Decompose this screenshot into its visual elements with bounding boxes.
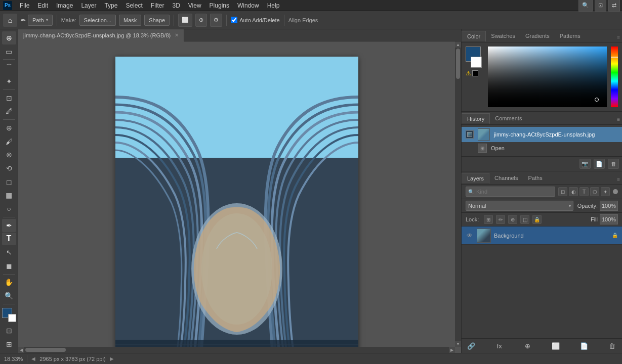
- tab-patterns[interactable]: Patterns: [555, 31, 586, 42]
- layer-item[interactable]: 👁 Background 🔒: [462, 226, 622, 245]
- workspaces-button[interactable]: ⊡: [595, 0, 606, 12]
- pen-tool[interactable]: ✒: [2, 219, 16, 232]
- lock-image-icon[interactable]: ✏: [496, 215, 505, 224]
- menu-3d[interactable]: 3D: [169, 1, 183, 10]
- path-ops-1[interactable]: ⬜: [178, 14, 192, 27]
- mask-button[interactable]: Mask: [119, 15, 141, 26]
- color-spectrum[interactable]: [488, 47, 607, 107]
- history-options-icon[interactable]: ≡: [615, 115, 622, 124]
- link-layers-button[interactable]: 🔗: [466, 341, 477, 351]
- new-document-from-state-button[interactable]: 📄: [594, 159, 605, 169]
- layers-search-box[interactable]: 🔍: [466, 187, 555, 197]
- shape-tool[interactable]: ◼: [2, 259, 16, 272]
- screen-mode[interactable]: ⊞: [2, 338, 16, 351]
- lock-position-icon[interactable]: ⊕: [508, 215, 517, 224]
- new-layer-button[interactable]: 📄: [578, 341, 590, 351]
- scroll-thumb-vertical[interactable]: [456, 49, 460, 79]
- lock-artboard-icon[interactable]: ◫: [520, 215, 529, 224]
- menu-image[interactable]: Image: [53, 1, 76, 10]
- menu-select[interactable]: Select: [122, 1, 146, 10]
- scroll-left-arrow[interactable]: ◀: [18, 347, 24, 353]
- history-brush-tool[interactable]: ⟲: [2, 162, 16, 175]
- tab-swatches[interactable]: Swatches: [486, 31, 520, 42]
- scroll-right-arrow[interactable]: ▶: [449, 347, 455, 353]
- path-selection-tool[interactable]: ↖: [2, 246, 16, 259]
- menu-type[interactable]: Type: [101, 1, 121, 10]
- history-item-open[interactable]: ⊞ Open: [462, 142, 622, 154]
- tool-home[interactable]: ⌂: [3, 14, 17, 27]
- menu-view[interactable]: View: [185, 1, 205, 10]
- scroll-down-arrow[interactable]: ▼: [455, 341, 461, 347]
- menu-file[interactable]: File: [16, 1, 33, 10]
- lasso-tool[interactable]: ⌒: [2, 61, 16, 74]
- new-group-button[interactable]: ⬜: [550, 341, 561, 351]
- hue-slider[interactable]: [611, 47, 618, 107]
- next-frame-arrow[interactable]: ▶: [110, 356, 114, 361]
- tab-comments[interactable]: Comments: [490, 113, 527, 124]
- tab-gradients[interactable]: Gradients: [520, 31, 555, 42]
- vertical-scrollbar[interactable]: ▲ ▼: [455, 41, 461, 347]
- canvas-container[interactable]: [18, 41, 455, 347]
- exchange-button[interactable]: ⇄: [608, 0, 620, 12]
- crop-tool[interactable]: ⊡: [2, 92, 16, 105]
- quick-mask-toggle[interactable]: ⊡: [2, 325, 16, 338]
- lock-all-icon[interactable]: 🔒: [532, 215, 542, 224]
- eraser-tool[interactable]: ◻: [2, 175, 16, 189]
- menu-help[interactable]: Help: [264, 1, 283, 10]
- new-snapshot-button[interactable]: 📷: [579, 159, 591, 169]
- type-tool[interactable]: T: [2, 233, 16, 246]
- dodge-tool[interactable]: ○: [2, 202, 16, 215]
- document-tab[interactable]: jimmy-chang-ACt8ycSzpdE-unsplash.jpg @ 1…: [18, 29, 184, 41]
- filter-type-icon[interactable]: T: [579, 187, 589, 196]
- blend-mode-dropdown[interactable]: Normal ▾: [466, 201, 573, 211]
- selection-dropdown[interactable]: Selection...: [79, 15, 116, 26]
- zoom-tool[interactable]: 🔍: [2, 289, 16, 302]
- clone-tool[interactable]: ⊚: [2, 148, 16, 161]
- layer-fx-button[interactable]: fx: [494, 341, 505, 351]
- menu-layer[interactable]: Layer: [77, 1, 100, 10]
- history-item[interactable]: jimmy-chang-ACt8ycSzpdE-unsplash.jpg: [462, 127, 622, 142]
- tool-mode-dropdown[interactable]: Path ▾: [28, 15, 53, 26]
- delete-layer-button[interactable]: 🗑: [607, 341, 618, 351]
- opacity-input[interactable]: 100%: [600, 201, 618, 211]
- marquee-tool[interactable]: ▭: [2, 45, 16, 58]
- eyedropper-tool[interactable]: 🖉: [2, 105, 16, 118]
- tab-channels[interactable]: Channels: [489, 173, 523, 184]
- healing-tool[interactable]: ⊕: [2, 121, 16, 134]
- tab-paths[interactable]: Paths: [523, 173, 548, 184]
- filter-smart-icon[interactable]: ✦: [601, 187, 610, 196]
- filter-shape-icon[interactable]: ⬡: [590, 187, 599, 196]
- path-ops-3[interactable]: ⚙: [210, 14, 222, 27]
- prev-frame-arrow[interactable]: ◀: [31, 356, 35, 361]
- shape-button[interactable]: Shape: [144, 15, 170, 26]
- delete-history-button[interactable]: 🗑: [608, 159, 619, 169]
- auto-add-delete-checkbox[interactable]: [231, 17, 237, 23]
- path-ops-2[interactable]: ⊕: [195, 14, 207, 27]
- menu-filter[interactable]: Filter: [147, 1, 168, 10]
- lock-transparent-icon[interactable]: ⊞: [484, 215, 493, 224]
- menu-edit[interactable]: Edit: [34, 1, 52, 10]
- tab-history[interactable]: History: [462, 113, 490, 124]
- layer-visibility-eye[interactable]: 👁: [466, 232, 474, 239]
- menu-window[interactable]: Window: [234, 1, 263, 10]
- brush-tool[interactable]: 🖌: [2, 135, 16, 148]
- tab-color[interactable]: Color: [462, 31, 486, 42]
- new-fill-adjustment-button[interactable]: ⊕: [522, 341, 533, 351]
- panel-options-icon[interactable]: ≡: [615, 32, 622, 42]
- layers-options-icon[interactable]: ≡: [615, 174, 622, 184]
- filter-adjustment-icon[interactable]: ◐: [569, 187, 578, 196]
- history-snapshot-icon[interactable]: [466, 130, 474, 139]
- tab-layers[interactable]: Layers: [462, 173, 489, 184]
- horizontal-scrollbar[interactable]: ◀ ▶: [18, 347, 455, 353]
- scroll-up-arrow[interactable]: ▲: [455, 41, 461, 48]
- filter-toggle[interactable]: [613, 189, 618, 194]
- search-button[interactable]: 🔍: [578, 0, 593, 12]
- fill-input[interactable]: 100%: [600, 214, 618, 224]
- layers-search-input[interactable]: [476, 189, 553, 195]
- scroll-thumb-horizontal[interactable]: [25, 348, 66, 352]
- background-color-swatch[interactable]: [8, 314, 16, 322]
- magic-wand-tool[interactable]: ✦: [2, 75, 16, 88]
- small-swatch[interactable]: [472, 70, 478, 76]
- close-tab-icon[interactable]: ✕: [175, 32, 179, 38]
- gradient-tool[interactable]: ▦: [2, 189, 16, 202]
